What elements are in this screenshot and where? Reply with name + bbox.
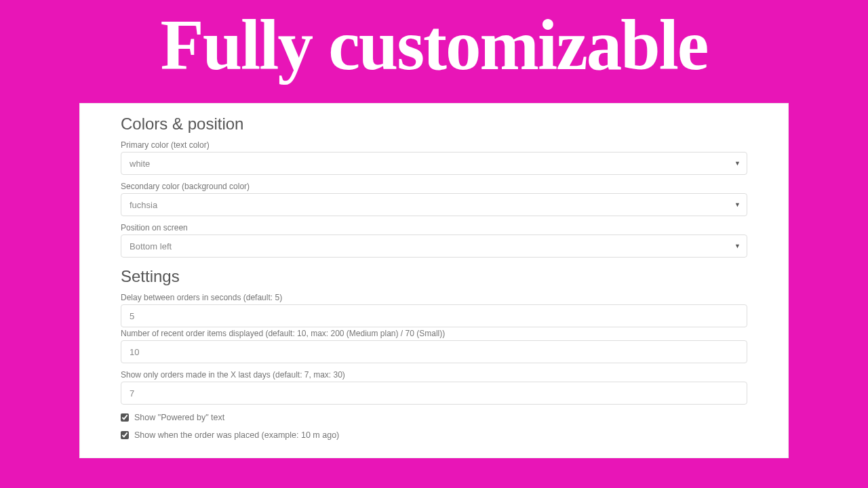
- position-select[interactable]: Bottom left: [121, 235, 747, 258]
- secondary-color-label: Secondary color (background color): [121, 182, 747, 191]
- recent-items-label: Number of recent order items displayed (…: [121, 329, 747, 338]
- section-heading-settings: Settings: [121, 267, 747, 286]
- days-label: Show only orders made in the X last days…: [121, 370, 747, 380]
- powered-by-checkbox[interactable]: [121, 413, 129, 422]
- powered-by-label: Show "Powered by" text: [134, 413, 224, 422]
- primary-color-label: Primary color (text color): [121, 140, 747, 150]
- delay-input[interactable]: [121, 304, 747, 327]
- days-input[interactable]: [121, 382, 747, 405]
- secondary-color-select[interactable]: fuchsia: [121, 193, 747, 216]
- hero-title: Fully customizable: [0, 0, 868, 83]
- settings-panel: Colors & position Primary color (text co…: [79, 103, 789, 458]
- recent-items-input[interactable]: [121, 340, 747, 363]
- section-heading-colors: Colors & position: [121, 115, 747, 134]
- delay-label: Delay between orders in seconds (default…: [121, 293, 747, 302]
- primary-color-select[interactable]: white: [121, 152, 747, 175]
- order-placed-label: Show when the order was placed (example:…: [134, 430, 339, 440]
- order-placed-checkbox[interactable]: [121, 431, 129, 439]
- position-label: Position on screen: [121, 223, 747, 232]
